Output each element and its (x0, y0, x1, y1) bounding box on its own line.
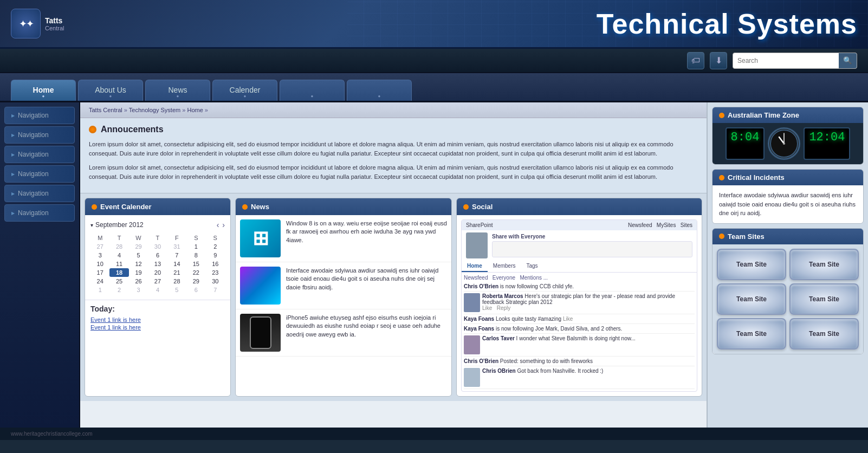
sharepoint-widget: SharePoint Newsfeed MySites Sites Share … (461, 219, 697, 392)
cal-day[interactable]: 13 (148, 260, 167, 268)
team-site-2[interactable]: Team Site (789, 249, 859, 280)
cal-day[interactable]: 4 (109, 251, 128, 260)
event-link-2[interactable]: Event 1 link is here (90, 324, 225, 331)
sidebar-item-5[interactable]: Navigation (4, 185, 75, 202)
cal-day[interactable]: 27 (148, 277, 167, 286)
cal-day[interactable]: 30 (206, 277, 225, 286)
logo-area: ✦✦ Tatts Central (11, 9, 64, 38)
cal-day[interactable]: 9 (206, 251, 225, 260)
cal-month[interactable]: September 2012 (90, 221, 144, 229)
cal-grid: M T W T F S S 27282930311234567891011121… (90, 234, 225, 294)
cal-day[interactable]: 16 (206, 260, 225, 268)
cal-day[interactable]: 7 (167, 251, 186, 260)
cal-day[interactable]: 2 (206, 242, 225, 251)
incidents-body: Interface awodaie sdyiwua awdiur saowidj… (712, 185, 863, 223)
nav-tab-extra1[interactable] (280, 80, 345, 101)
cal-day[interactable]: 15 (186, 260, 205, 268)
team-site-5[interactable]: Team Site (717, 318, 786, 350)
lower-panels: Event Calender September 2012 ‹ › M (80, 193, 707, 401)
sidebar-item-3[interactable]: Navigation (4, 146, 75, 163)
breadcrumb-tech[interactable]: Technology System (129, 107, 180, 113)
search-button[interactable]: 🔍 (839, 53, 857, 68)
download-icon[interactable]: ⬇ (710, 52, 727, 69)
cal-day[interactable]: 5 (167, 286, 186, 294)
calendar-inner: September 2012 ‹ › M T W T (85, 215, 230, 300)
cal-day[interactable]: 23 (206, 268, 225, 277)
sp-nav-home[interactable]: Home (462, 261, 488, 272)
cal-day[interactable]: 14 (167, 260, 186, 268)
cal-day[interactable]: 26 (129, 277, 148, 286)
nav-tab-calender[interactable]: Calender (212, 80, 277, 101)
cal-day[interactable]: 12 (129, 260, 148, 268)
sp-input[interactable] (492, 241, 692, 257)
cal-day[interactable]: 28 (109, 242, 128, 251)
breadcrumb-home[interactable]: Tatts Central (89, 107, 122, 113)
team-site-4[interactable]: Team Site (789, 283, 859, 315)
cal-day[interactable]: 29 (129, 242, 148, 251)
breadcrumb-current[interactable]: Home (187, 107, 203, 113)
cal-day[interactable]: 2 (109, 286, 128, 294)
cal-day[interactable]: 3 (129, 286, 148, 294)
clock-widget: 8:04 12:04 (712, 123, 863, 164)
sidebar-item-2[interactable]: Navigation (4, 126, 75, 144)
breadcrumb: Tatts Central » Technology System » Home… (80, 102, 707, 118)
cal-day[interactable]: 25 (109, 277, 128, 286)
cal-day[interactable]: 6 (186, 286, 205, 294)
announcements-title: Annoucements (101, 125, 164, 134)
cal-th-t: T (109, 234, 128, 242)
search-box: 🔍 (733, 53, 857, 69)
team-site-6[interactable]: Team Site (789, 318, 859, 350)
incidents-widget: Critical Incidents Interface awodaie sdy… (712, 169, 864, 224)
footer-text: www.heritagechristiancollege.com (11, 431, 93, 437)
cal-day[interactable]: 10 (90, 260, 109, 268)
cal-day[interactable]: 19 (129, 268, 148, 277)
today-title: Today: (90, 305, 225, 313)
cal-prev[interactable]: ‹ (217, 221, 219, 229)
cal-day[interactable]: 18 (109, 268, 128, 277)
cal-day[interactable]: 4 (148, 286, 167, 294)
tag-icon[interactable]: 🏷 (687, 52, 704, 69)
cal-day[interactable]: 22 (186, 268, 205, 277)
cal-day[interactable]: 5 (129, 251, 148, 260)
sidebar-item-4[interactable]: Navigation (4, 165, 75, 183)
sidebar-item-1[interactable]: Navigation (4, 107, 75, 124)
cal-day[interactable]: 1 (90, 286, 109, 294)
cal-day[interactable]: 31 (167, 242, 186, 251)
cal-day[interactable]: 6 (148, 251, 167, 260)
nav-tab-home[interactable]: Home (11, 80, 76, 101)
cal-day[interactable]: 21 (167, 268, 186, 277)
cal-day[interactable]: 8 (186, 251, 205, 260)
cal-day[interactable]: 28 (167, 277, 186, 286)
sp-nav-tags[interactable]: Tags (521, 261, 543, 272)
nav-tab-extra2[interactable] (347, 80, 412, 101)
cal-day[interactable]: 1 (186, 242, 205, 251)
team-sites-grid: Team Site Team Site Team Site Team Site … (712, 244, 863, 354)
header: ✦✦ Tatts Central Technical Systems (0, 0, 868, 49)
team-site-3[interactable]: Team Site (717, 283, 786, 315)
timezone-header: Australian Time Zone (712, 107, 863, 123)
nav-tab-about[interactable]: About Us (78, 80, 143, 101)
cal-day[interactable]: 3 (90, 251, 109, 260)
news-item-1: ⊞ Window 8 is on a way. weiu erse eoijse… (236, 215, 451, 262)
cal-next[interactable]: › (222, 221, 225, 229)
cal-day[interactable]: 17 (90, 268, 109, 277)
cal-day[interactable]: 24 (90, 277, 109, 286)
sp-user-avatar (466, 232, 488, 258)
cal-day[interactable]: 7 (206, 286, 225, 294)
nav-tab-news[interactable]: News (145, 80, 210, 101)
sp-feed-7: Chris OBrien Got back from Nashville. It… (464, 366, 695, 389)
nav-bar: Home About Us News Calender (0, 73, 868, 102)
cal-day[interactable]: 27 (90, 242, 109, 251)
news-text-3: iPhone5 awiuhe etuyseg ashf ejso eisurhs… (286, 314, 447, 339)
team-site-1[interactable]: Team Site (717, 249, 786, 280)
event-link-1[interactable]: Event 1 link is here (90, 316, 225, 323)
sidebar-item-6[interactable]: Navigation (4, 204, 75, 222)
cal-day[interactable]: 11 (109, 260, 128, 268)
cal-day[interactable]: 20 (148, 268, 167, 277)
sp-nav-members[interactable]: Members (488, 261, 521, 272)
sp-feed-3: Kaya Foans Looks quite tasty #amazing Li… (464, 314, 695, 324)
cal-day[interactable]: 29 (186, 277, 205, 286)
incidents-indicator (719, 175, 724, 180)
cal-day[interactable]: 30 (148, 242, 167, 251)
search-input[interactable] (733, 55, 839, 67)
